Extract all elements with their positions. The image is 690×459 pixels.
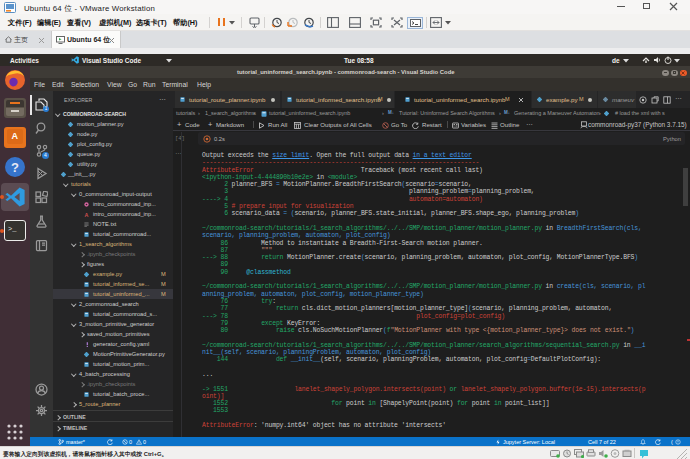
svg-text:A: A — [85, 212, 89, 217]
svg-text:?: ? — [11, 160, 19, 175]
